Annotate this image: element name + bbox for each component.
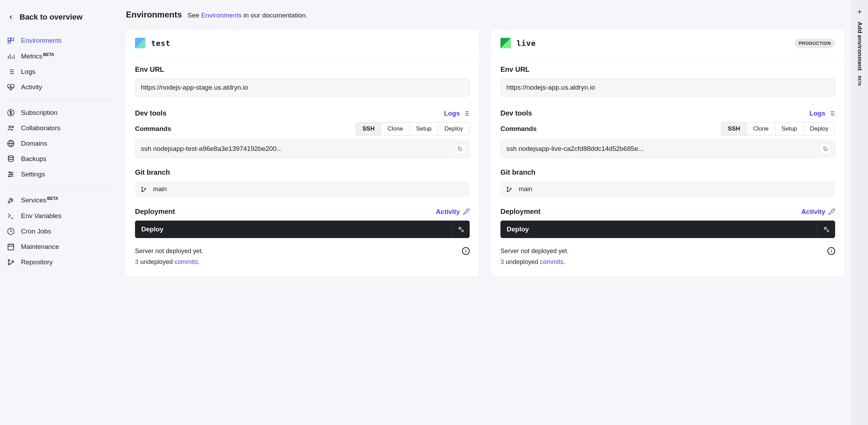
cmd-tab-clone[interactable]: Clone (747, 123, 775, 135)
dev-tools-label: Dev tools (135, 109, 166, 117)
svg-point-15 (9, 126, 11, 128)
sidebar-item-services[interactable]: ServicesBETA (7, 192, 119, 208)
ssh-command-text: ssh nodejsapp-test-a96e8a3e13974192be200… (141, 145, 450, 153)
activity-link[interactable]: Activity (801, 208, 835, 216)
svg-point-22 (9, 172, 10, 173)
sidebar-item-activity[interactable]: Activity (7, 79, 119, 95)
cmd-tab-setup[interactable]: Setup (410, 123, 438, 135)
svg-rect-2 (8, 41, 10, 43)
nav-group-1: Environments MetricsBETA Logs Activity (7, 33, 119, 95)
git-branch-name: main (519, 186, 532, 193)
sidebar-item-label: Environments (21, 37, 62, 44)
svg-point-35 (12, 261, 14, 263)
undeployed-count: 3 (135, 258, 138, 265)
sidebar-item-logs[interactable]: Logs (7, 64, 119, 79)
rocket-icon (828, 208, 835, 215)
copy-button[interactable] (819, 143, 831, 155)
svg-point-59 (827, 230, 829, 232)
svg-point-55 (507, 187, 508, 188)
list-icon (463, 110, 470, 117)
svg-point-44 (142, 190, 143, 191)
metrics-icon (7, 53, 15, 60)
env-url-value[interactable]: https://nodejs-app-stage.us.aldryn.io (135, 78, 470, 97)
cron-icon (7, 228, 15, 235)
logs-link[interactable]: Logs (444, 110, 470, 117)
sidebar-item-environments[interactable]: Environments (7, 33, 119, 48)
sidebar-item-backups[interactable]: Backups (7, 151, 119, 167)
sidebar-item-label: Metrics (21, 53, 42, 60)
domains-icon (7, 140, 15, 147)
svg-rect-54 (825, 148, 827, 151)
info-icon[interactable]: i (827, 247, 835, 255)
svg-point-24 (11, 174, 13, 175)
commands-label: Commands (500, 125, 536, 133)
logs-link[interactable]: Logs (810, 110, 835, 117)
git-branch-box[interactable]: main (500, 181, 835, 197)
git-branch-box[interactable]: main (135, 181, 470, 197)
svg-point-33 (8, 259, 10, 261)
sidebar-item-subscription[interactable]: Subscription (7, 105, 119, 120)
beta-badge: BETA (43, 52, 54, 57)
sidebar-item-envvars[interactable]: Env Variables (7, 208, 119, 224)
repository-icon (7, 258, 15, 266)
deploy-options-button[interactable] (451, 221, 470, 238)
command-tabs: SSH Clone Setup Deploy (356, 122, 470, 135)
deploy-status-text: Server not deployed yet. (135, 248, 203, 255)
maintenance-icon (7, 243, 15, 251)
svg-rect-29 (8, 244, 14, 250)
nav-divider (7, 187, 113, 187)
env-card-live: live PRODUCTION Env URL https://nodejs-a… (491, 30, 844, 276)
sidebar-item-label: Maintenance (21, 243, 59, 251)
add-environment-rail[interactable]: ＋ Add environment BETA (851, 0, 868, 425)
svg-point-43 (142, 187, 143, 188)
git-branch-name: main (153, 186, 167, 193)
sidebar-item-metrics[interactable]: MetricsBETA (7, 48, 119, 64)
cmd-tab-ssh[interactable]: SSH (721, 123, 747, 135)
info-icon[interactable]: i (462, 247, 470, 255)
docs-link[interactable]: Environments (201, 12, 242, 19)
copy-button[interactable] (454, 143, 466, 155)
main-content: Environments See Environments in our doc… (119, 0, 851, 425)
sidebar-item-cron[interactable]: Cron Jobs (7, 224, 119, 239)
back-to-overview-link[interactable]: Back to overview (7, 10, 119, 30)
cmd-tab-deploy[interactable]: Deploy (804, 123, 835, 135)
env-card-header: live PRODUCTION (491, 30, 844, 56)
sidebar-item-domains[interactable]: Domains (7, 136, 119, 151)
cmd-tab-ssh[interactable]: SSH (356, 123, 381, 135)
environments-row: test Env URL https://nodejs-app-stage.us… (126, 30, 844, 276)
ssh-command-text: ssh nodejsapp-live-ca2cfd88ddc14d52b685e… (506, 145, 815, 153)
plus-icon: ＋ (856, 6, 863, 17)
env-name: live (517, 39, 536, 48)
sidebar-item-collaborators[interactable]: Collaborators (7, 120, 119, 136)
cmd-tab-setup[interactable]: Setup (775, 123, 804, 135)
deploy-options-button[interactable] (817, 221, 835, 238)
sidebar-item-label: Settings (21, 170, 45, 178)
dev-tools-label: Dev tools (500, 109, 532, 117)
commits-link[interactable]: commits (175, 258, 198, 265)
cmd-tab-clone[interactable]: Clone (381, 123, 410, 135)
activity-icon (7, 83, 15, 91)
sidebar-item-label: Domains (21, 140, 47, 147)
env-swatch-icon (500, 38, 511, 48)
cmd-tab-deploy[interactable]: Deploy (438, 123, 469, 135)
svg-point-20 (8, 156, 14, 158)
svg-point-47 (462, 230, 463, 232)
undeployed-commits-row: 3 undeployed commits. (500, 258, 835, 266)
deploy-button[interactable]: Deploy (135, 221, 451, 238)
sidebar-item-repository[interactable]: Repository (7, 255, 119, 270)
deploy-button[interactable]: Deploy (500, 221, 817, 238)
svg-point-56 (507, 190, 508, 191)
sidebar-item-settings[interactable]: Settings (7, 167, 119, 182)
commits-link[interactable]: commits (540, 258, 563, 265)
page-header: Environments See Environments in our doc… (126, 10, 844, 20)
activity-link[interactable]: Activity (436, 208, 470, 216)
env-url-value[interactable]: https://nodejs-app.us.aldryn.io (500, 78, 835, 97)
beta-badge: BETA (858, 76, 862, 86)
sidebar-item-maintenance[interactable]: Maintenance (7, 239, 119, 255)
sidebar-item-label: Cron Jobs (21, 228, 51, 235)
deployment-label: Deployment (500, 208, 540, 216)
collaborators-icon (7, 124, 15, 132)
env-url-label: Env URL (135, 65, 470, 74)
sidebar-item-label: Logs (21, 68, 35, 76)
undeployed-commits-row: 3 undeployed commits. (135, 258, 470, 266)
